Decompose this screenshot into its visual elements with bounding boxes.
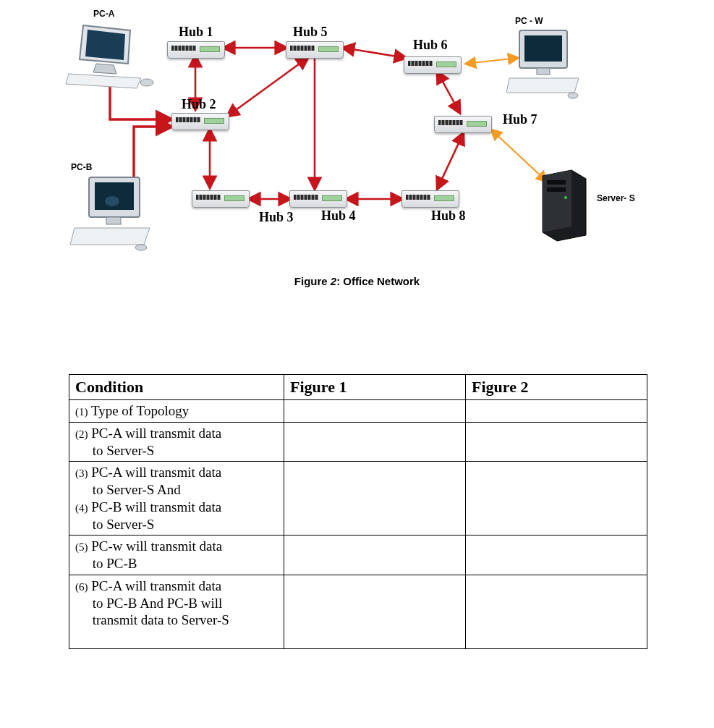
svg-line-5	[438, 72, 459, 112]
svg-line-1	[344, 48, 405, 58]
svg-marker-29	[543, 170, 571, 232]
server-icon	[535, 163, 593, 242]
computer-icon	[506, 27, 586, 100]
svg-marker-13	[85, 30, 125, 60]
svg-marker-14	[93, 64, 116, 74]
conditions-table: Condition Figure 1 Figure 2 (1) Type of …	[69, 374, 647, 649]
hub7-label: Hub 7	[503, 112, 537, 127]
hub1-label: Hub 1	[179, 25, 213, 40]
hub-icon	[192, 190, 250, 208]
svg-line-9	[438, 134, 463, 188]
table-row: (6) PC-A will transmit data to PC-B And …	[69, 575, 647, 648]
hub6-label: Hub 6	[413, 38, 448, 53]
svg-point-22	[135, 245, 147, 250]
table-row: (2) PC-A will transmit data to Server-S	[69, 422, 647, 462]
table-header-row: Condition Figure 1 Figure 2	[69, 375, 647, 400]
table-row: (1) Type of Topology	[69, 400, 647, 423]
hub-icon	[401, 190, 459, 208]
hub2-label: Hub 2	[182, 97, 216, 112]
pc-a-label: PC-A	[93, 9, 114, 19]
table-row: (5) PC-w will transmit data to PC-B	[69, 536, 647, 575]
header-figure2: Figure 2	[466, 375, 647, 400]
svg-point-19	[105, 196, 119, 206]
svg-marker-15	[66, 74, 141, 88]
svg-rect-25	[537, 68, 550, 75]
hub-icon	[167, 41, 225, 59]
table-row-merged: (3) PC-A will transmit data to Server-S …	[69, 462, 647, 536]
hub-icon	[171, 113, 229, 130]
header-condition: Condition	[69, 375, 284, 400]
svg-marker-21	[70, 228, 150, 245]
svg-line-4	[228, 58, 307, 116]
server-s-label: Server- S	[597, 193, 635, 203]
svg-point-16	[140, 79, 153, 86]
monitor-icon	[61, 22, 156, 94]
network-diagram: PC-A PC-B PC - W Server- S Hub 1 Hub 5	[0, 0, 714, 268]
hub-icon	[404, 56, 462, 74]
hub8-label: Hub 8	[431, 208, 466, 224]
computer-icon	[69, 174, 156, 253]
svg-rect-31	[547, 187, 566, 192]
pc-b-label: PC-B	[71, 162, 92, 172]
hub4-label: Hub 4	[321, 208, 356, 224]
hub5-label: Hub 5	[293, 25, 328, 40]
hub-icon	[286, 41, 344, 59]
hub-icon	[434, 116, 492, 133]
pc-w-label: PC - W	[515, 16, 543, 26]
header-figure1: Figure 1	[284, 375, 466, 400]
svg-rect-24	[524, 35, 562, 62]
hub3-label: Hub 3	[259, 210, 294, 225]
hub-icon	[289, 190, 347, 208]
svg-rect-20	[106, 217, 121, 224]
svg-point-32	[564, 196, 567, 199]
figure-caption: Figure 2: Office Network	[0, 275, 714, 287]
svg-marker-26	[506, 78, 579, 93]
svg-rect-30	[547, 180, 566, 185]
svg-point-27	[568, 93, 578, 98]
